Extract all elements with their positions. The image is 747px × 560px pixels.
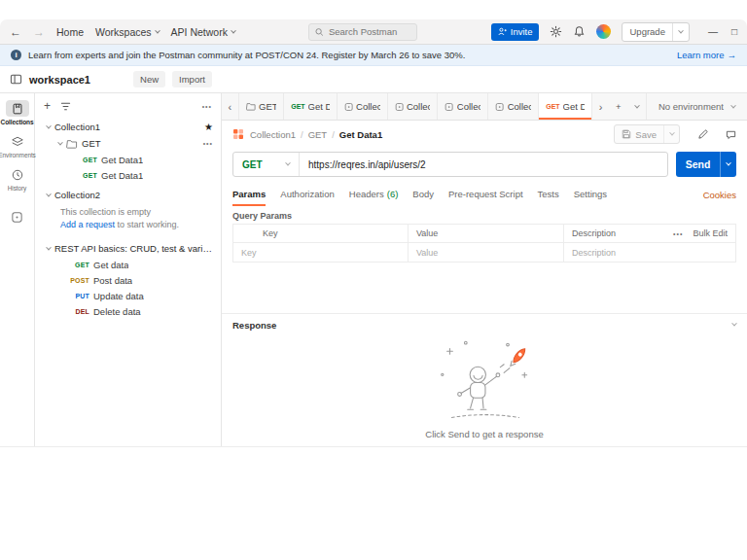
person-plus-icon	[498, 27, 507, 36]
bulk-edit-link[interactable]: Bulk Edit	[693, 228, 728, 238]
tab-authorization[interactable]: Authorization	[280, 183, 334, 206]
chevron-down-icon	[155, 27, 160, 33]
expander-icon[interactable]	[46, 244, 52, 250]
tab[interactable]: Collec	[488, 93, 539, 120]
edit-pencil-icon[interactable]	[697, 129, 708, 140]
tree-request-row[interactable]: PUT Update data	[35, 288, 221, 303]
send-options-dropdown[interactable]	[720, 152, 736, 177]
sidebar-toggle-icon[interactable]	[10, 73, 22, 86]
environments-icon	[6, 133, 29, 150]
expander-icon[interactable]	[46, 191, 52, 196]
request-title[interactable]: Get Data1	[339, 129, 382, 140]
tree-collection1-row[interactable]: Collection1 ★	[35, 119, 221, 135]
nav-workspaces[interactable]: Workspaces	[95, 26, 160, 38]
minimize-button[interactable]: —	[708, 26, 718, 37]
back-icon[interactable]: ←	[10, 25, 21, 39]
environment-selector[interactable]: No environment	[646, 93, 747, 120]
titlebar: ← → Home Workspaces API Network	[0, 19, 747, 45]
comments-icon[interactable]	[726, 129, 736, 140]
tree-collection2-row[interactable]: Collection2	[35, 187, 221, 203]
filter-icon[interactable]	[60, 101, 71, 112]
save-button[interactable]: Save	[614, 124, 680, 144]
folder-icon	[66, 139, 78, 149]
postman-window: ← → Home Workspaces API Network	[0, 19, 747, 447]
expander-icon[interactable]	[46, 122, 52, 128]
tab[interactable]: GET Get D	[284, 93, 338, 120]
url-input[interactable]	[300, 159, 667, 170]
forward-icon[interactable]: →	[33, 25, 45, 39]
params-header-row: Key Value Description ••• Bulk Edit	[233, 225, 735, 243]
tab-headers[interactable]: Headers (6)	[349, 183, 399, 206]
tab-strip: ‹ GET GET Get D	[222, 93, 747, 121]
scroll-tabs-right-icon[interactable]: ›	[592, 93, 610, 120]
send-button[interactable]: Send	[676, 152, 736, 177]
param-description-input[interactable]: Description	[564, 243, 735, 262]
sidebar-item-history[interactable]: History	[0, 164, 34, 193]
tree-collection3-row[interactable]: REST API basics: CRUD, test & variable	[35, 240, 221, 257]
upgrade-button[interactable]: Upgrade	[622, 22, 689, 42]
sidebar-rail: Collections Environments	[0, 93, 35, 447]
save-dropdown[interactable]	[663, 125, 679, 143]
expander-icon[interactable]	[57, 139, 63, 145]
tab[interactable]: GET	[239, 93, 284, 120]
param-key-input[interactable]: Key	[233, 243, 409, 262]
tree-folder-get-row[interactable]: GET •••	[35, 135, 221, 152]
sidebar-item-environments[interactable]: Environments	[0, 131, 34, 160]
add-collection-icon[interactable]: +	[44, 100, 51, 112]
sidebar-item-more[interactable]	[0, 207, 34, 228]
tab[interactable]: Collec	[338, 93, 388, 120]
save-disk-icon	[622, 129, 631, 139]
tab[interactable]: Collec	[388, 93, 439, 120]
scroll-tabs-left-icon[interactable]: ‹	[222, 93, 239, 120]
tree-request-row[interactable]: GET Get Data1	[35, 167, 221, 183]
breadcrumb-collection[interactable]: Collection1	[250, 129, 296, 140]
chevron-down-icon	[730, 102, 736, 108]
favorite-star-icon[interactable]: ★	[204, 122, 213, 132]
tab-settings[interactable]: Settings	[574, 183, 607, 206]
workspace-name[interactable]: workspace1	[29, 74, 90, 86]
folder-more-actions-icon[interactable]: •••	[203, 140, 213, 147]
user-avatar[interactable]	[596, 24, 611, 39]
method-dropdown[interactable]: GET	[233, 153, 300, 176]
banner-message: Learn from experts and join the Postman …	[28, 50, 465, 60]
tab-params[interactable]: Params	[232, 183, 266, 206]
search-icon	[315, 27, 324, 37]
settings-gear-icon[interactable]	[550, 25, 562, 38]
tree-request-row[interactable]: POST Post data	[35, 272, 221, 288]
panel-more-actions-icon[interactable]: •••	[202, 103, 212, 110]
response-hint-text: Click Send to get a response	[425, 429, 543, 439]
response-section: Response	[222, 313, 747, 447]
learn-more-link[interactable]: Learn more →	[677, 50, 736, 60]
search-input[interactable]	[329, 26, 410, 37]
breadcrumb-folder[interactable]: GET	[308, 129, 328, 140]
tab-options-icon[interactable]	[627, 93, 646, 120]
tab-active[interactable]: GET Get D	[539, 93, 592, 120]
tree-request-row[interactable]: GET Get data	[35, 257, 221, 272]
collapse-response-icon[interactable]	[731, 321, 737, 327]
new-tab-icon[interactable]: +	[610, 93, 628, 120]
history-clock-icon	[6, 166, 29, 183]
add-request-link[interactable]: Add a request	[60, 220, 115, 229]
nav-api-network[interactable]: API Network	[171, 26, 235, 38]
invite-button[interactable]: Invite	[491, 23, 540, 41]
notifications-bell-icon[interactable]	[573, 25, 586, 38]
info-icon: i	[11, 50, 21, 60]
maximize-button[interactable]: □	[731, 26, 737, 37]
nav-home[interactable]: Home	[56, 26, 84, 38]
params-empty-row: Key Value Description	[233, 243, 735, 262]
cookies-link[interactable]: Cookies	[703, 190, 736, 200]
tree-request-row[interactable]: GET Get Data1	[35, 152, 221, 167]
astronaut-illustration	[411, 335, 557, 429]
global-search[interactable]	[308, 23, 417, 41]
tab-body[interactable]: Body	[412, 183, 434, 206]
upgrade-dropdown[interactable]	[672, 23, 689, 41]
param-value-input[interactable]: Value	[409, 243, 564, 262]
new-button[interactable]: New	[133, 71, 165, 88]
tab-tests[interactable]: Tests	[538, 183, 559, 206]
tab-pre-request-script[interactable]: Pre-request Script	[448, 183, 523, 206]
tab[interactable]: Collec	[438, 93, 488, 120]
sidebar-item-collections[interactable]: Collections	[0, 98, 34, 127]
import-button[interactable]: Import	[172, 71, 212, 88]
tree-request-row[interactable]: DEL Delete data	[35, 303, 221, 319]
params-more-actions-icon[interactable]: •••	[673, 230, 683, 237]
